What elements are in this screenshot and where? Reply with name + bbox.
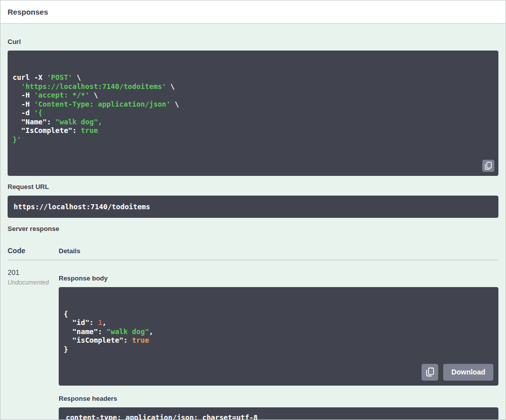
clipboard-icon [426, 367, 434, 377]
details-column-header: Details [59, 247, 498, 255]
response-body-actions: Download [421, 364, 493, 381]
response-body-label: Response body [59, 274, 498, 282]
response-headers-label: Response headers [59, 395, 498, 402]
request-url-label: Request URL [8, 183, 498, 191]
responses-panel: Responses Curl curl -X 'POST' \ 'https:/… [0, 0, 506, 420]
details-cell: Response body { "id": 1, "name": "walk d… [59, 268, 498, 420]
responses-section-header: Responses [1, 1, 505, 24]
copy-response-body-button[interactable] [421, 364, 438, 381]
undocumented-label: Undocumented [8, 279, 59, 286]
clipboard-icon [485, 162, 492, 170]
response-body-block: { "id": 1, "name": "walk dog", "isComple… [59, 287, 498, 386]
response-body-text: { "id": 1, "name": "walk dog", "isComple… [64, 310, 493, 354]
download-button[interactable]: Download [443, 364, 493, 381]
status-code-cell: 201 Undocumented [8, 268, 59, 420]
code-column-header: Code [8, 247, 59, 255]
response-headers-block: content-type: application/json; charset=… [59, 407, 498, 420]
request-url-value: https://localhost:7140/todoitems [8, 196, 498, 218]
status-code-201: 201 [8, 268, 59, 276]
curl-command-block: curl -X 'POST' \ 'https://localhost:7140… [8, 51, 498, 176]
server-response-table-header: Code Details [8, 238, 498, 260]
panel-body: Curl curl -X 'POST' \ 'https://localhost… [1, 24, 505, 420]
server-response-row: 201 Undocumented Response body { "id": 1… [8, 260, 498, 420]
server-response-label: Server response [8, 225, 498, 232]
copy-curl-button[interactable] [482, 160, 494, 172]
server-response-table: Code Details 201 Undocumented Response b… [8, 238, 498, 420]
responses-title: Responses [8, 8, 48, 16]
curl-command-text: curl -X 'POST' \ 'https://localhost:7140… [13, 73, 493, 144]
curl-label: Curl [8, 38, 498, 45]
